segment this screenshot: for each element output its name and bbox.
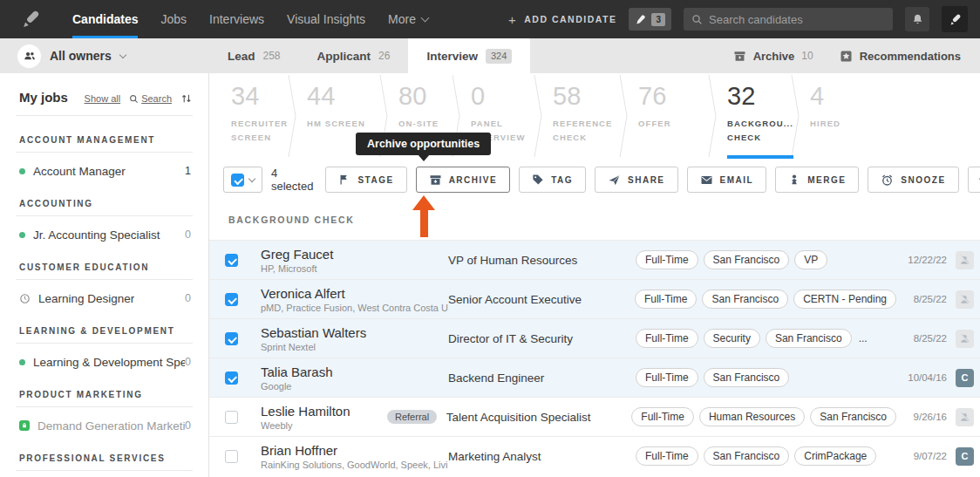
share-button[interactable]: SHARE xyxy=(595,167,678,193)
candidate-row[interactable]: Brian Hoffner RainKing Solutions, GoodWo… xyxy=(209,436,980,475)
tag-pill: CERTN - Pending xyxy=(793,290,896,309)
more-actions-button[interactable] xyxy=(968,167,980,193)
show-all-link[interactable]: Show all xyxy=(85,93,121,104)
no-owner-avatar xyxy=(956,251,974,269)
tag-pill: San Francisco xyxy=(766,329,852,348)
drafts-button[interactable]: 3 xyxy=(629,8,671,31)
tag-pill: Full-Time xyxy=(636,446,698,466)
tab-interview[interactable]: Interview 324 xyxy=(408,38,530,73)
tag-pill: San Francisco xyxy=(704,446,790,466)
notifications-button[interactable] xyxy=(905,7,929,31)
search-icon xyxy=(129,94,139,104)
row-checkbox[interactable] xyxy=(225,293,238,306)
tag-pill: Full-Time xyxy=(636,329,698,348)
candidate-companies: HP, Microsoft xyxy=(261,263,448,274)
tab-applicant[interactable]: Applicant 26 xyxy=(299,38,409,73)
main-content: 34 RECRUITER SCREEN 44 HM SCREEN 80 ON-S… xyxy=(209,73,980,477)
row-checkbox[interactable] xyxy=(225,371,238,385)
clock-icon xyxy=(19,293,31,304)
draft-count-badge: 3 xyxy=(651,13,665,26)
sort-icon[interactable] xyxy=(180,92,193,105)
referral-badge: Referral xyxy=(387,410,437,424)
nav-candidates[interactable]: Candidates xyxy=(61,0,149,38)
row-date: 8/25/22 xyxy=(896,294,947,304)
row-checkbox[interactable] xyxy=(225,254,238,267)
star-square-icon xyxy=(840,50,853,63)
stage-recruiter-screen[interactable]: 34 RECRUITER SCREEN xyxy=(209,73,288,159)
account-button[interactable] xyxy=(942,6,968,32)
sidebar-job-item[interactable]: Learning Designer 0 xyxy=(0,290,208,307)
owners-icon xyxy=(17,44,41,68)
candidate-row[interactable]: Talia Barash Google Backend Engineer Ful… xyxy=(209,358,980,397)
nav-visual-insights[interactable]: Visual Insights xyxy=(276,0,377,38)
pencil-icon xyxy=(635,14,646,25)
more-tags-ellipsis: ... xyxy=(859,332,868,344)
bell-icon xyxy=(911,13,924,26)
stage-separator xyxy=(619,75,628,157)
sidebar-job-item[interactable]: Demand Generation Marketing ... 0 xyxy=(0,417,208,434)
divider xyxy=(16,470,193,471)
jobs-sidebar: My jobs Show all Search ACCOUNT MANAGEME… xyxy=(0,73,209,477)
plus-icon: + xyxy=(508,12,517,27)
recommendations-link[interactable]: Recommendations xyxy=(840,50,961,63)
archive-button[interactable]: ARCHIVE xyxy=(416,167,511,193)
stage-reference-check[interactable]: 58 REFERENCE CHECK xyxy=(542,73,619,159)
section-header: PRODUCT MARKETING xyxy=(0,390,208,399)
sidebar-job-item[interactable]: Account Manager 1 xyxy=(0,162,208,180)
select-all-checkbox[interactable] xyxy=(231,174,244,187)
owner-filter-dropdown[interactable]: All owners xyxy=(17,38,126,73)
candidate-row[interactable]: Sebastian Walters Sprint Nextel Director… xyxy=(209,318,980,358)
sidebar-search-link[interactable]: Search xyxy=(129,93,172,104)
candidate-row[interactable]: Veronica Alfert pMD, Practice Fusion, We… xyxy=(209,279,980,318)
stage-separator xyxy=(791,75,800,157)
pipeline-stages: 34 RECRUITER SCREEN 44 HM SCREEN 80 ON-S… xyxy=(209,73,980,159)
owner-avatar: C xyxy=(956,447,974,466)
section-header: PROFESSIONAL SERVICES xyxy=(0,453,208,463)
email-button[interactable]: EMAIL xyxy=(687,167,767,193)
tag-button[interactable]: TAG xyxy=(519,167,586,193)
tag-pill: Full-Time xyxy=(631,407,694,426)
search-candidates-box xyxy=(684,8,893,31)
divider xyxy=(16,152,193,153)
row-checkbox[interactable] xyxy=(225,332,238,345)
archive-tooltip: Archive opportunities xyxy=(356,133,491,155)
row-checkbox[interactable] xyxy=(225,450,238,463)
divider xyxy=(16,115,193,116)
archive-link[interactable]: Archive 10 xyxy=(733,50,813,63)
search-input[interactable] xyxy=(709,13,885,26)
tag-icon xyxy=(532,174,544,186)
envelope-icon xyxy=(700,174,713,187)
lever-logo-icon[interactable] xyxy=(19,8,42,31)
sidebar-job-item[interactable]: Learning & Development Speci... 0 xyxy=(0,353,208,371)
stage-hired[interactable]: 4 HIRED xyxy=(800,73,878,159)
section-header: ACCOUNTING xyxy=(0,199,208,208)
nav-jobs[interactable]: Jobs xyxy=(149,0,198,38)
divider xyxy=(16,343,193,344)
section-header: LEARNING & DEVELOPMENT xyxy=(0,326,208,336)
filterbar-right: Archive 10 Recommendations xyxy=(733,38,961,73)
person-slash-icon xyxy=(958,254,971,267)
nav-interviews[interactable]: Interviews xyxy=(198,0,276,38)
stage-button[interactable]: STAGE xyxy=(325,167,406,193)
tag-pill: Full-Time xyxy=(636,368,698,387)
select-all-control[interactable] xyxy=(223,167,262,193)
row-checkbox[interactable] xyxy=(225,411,238,424)
candidate-row[interactable]: Greg Faucet HP, Microsoft VP of Human Re… xyxy=(209,240,980,279)
sidebar-job-item[interactable]: Jr. Accounting Specialist 0 xyxy=(0,226,208,243)
candidate-row[interactable]: Leslie Hamilton Weebly Referral Talent A… xyxy=(209,397,980,436)
stage-background-check[interactable]: 32 BACKGROU... CHECK xyxy=(717,73,791,159)
flag-icon xyxy=(338,174,350,186)
archive-box-icon xyxy=(733,50,746,63)
list-section-header: BACKGROUND CHECK xyxy=(228,215,354,225)
merge-button[interactable]: MERGE xyxy=(775,167,859,193)
snooze-button[interactable]: SNOOZE xyxy=(868,167,958,193)
row-date: 10/04/16 xyxy=(896,372,947,383)
tab-lead[interactable]: Lead 258 xyxy=(209,38,299,73)
my-jobs-title: My jobs xyxy=(19,90,68,105)
nav-more[interactable]: More xyxy=(377,0,439,38)
no-owner-avatar xyxy=(956,408,974,426)
add-candidate-button[interactable]: + ADD CANDIDATE xyxy=(508,12,616,27)
filter-bar: All owners Lead 258 Applicant 26 Intervi… xyxy=(0,38,980,73)
annotation-arrow-up xyxy=(412,195,435,237)
stage-offer[interactable]: 76 OFFER xyxy=(628,73,708,159)
